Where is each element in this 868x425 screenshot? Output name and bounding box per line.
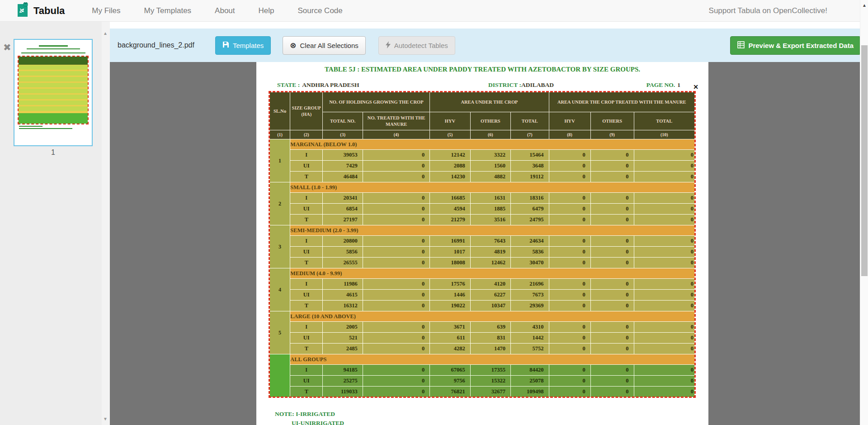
value-cell: 76821 bbox=[430, 387, 470, 397]
value-cell: 0 bbox=[549, 150, 590, 161]
value-cell: 0 bbox=[363, 279, 430, 290]
col-header-holdings: NO. OF HOLDINGS GROWING THE CROP bbox=[323, 92, 430, 112]
export-table-icon bbox=[737, 41, 745, 50]
value-cell: 0 bbox=[549, 172, 590, 182]
value-cell: 0 bbox=[634, 387, 694, 397]
value-cell: 0 bbox=[549, 290, 590, 301]
value-cell: 0 bbox=[549, 236, 590, 247]
value-cell: 0 bbox=[363, 247, 430, 258]
value-cell: 0 bbox=[363, 333, 430, 344]
autodetect-tables-button[interactable]: Autodetect Tables bbox=[378, 36, 455, 55]
table-row: T46484014230488219112000 bbox=[270, 172, 695, 182]
group-band-label: ALL GROUPS bbox=[290, 354, 695, 365]
clear-selections-icon: ⊗ bbox=[290, 41, 296, 50]
irrigation-type-cell: I bbox=[290, 322, 323, 333]
value-cell: 0 bbox=[549, 193, 590, 204]
value-cell: 1560 bbox=[470, 161, 510, 172]
group-band-row: 4MEDIUM (4.0 - 9.99) bbox=[270, 268, 695, 279]
selection-close-icon[interactable]: ✕ bbox=[693, 83, 698, 91]
value-cell: 0 bbox=[363, 290, 430, 301]
value-cell: 0 bbox=[549, 258, 590, 268]
value-cell: 0 bbox=[549, 279, 590, 290]
value-cell: 0 bbox=[363, 236, 430, 247]
group-band-label: MEDIUM (4.0 - 9.99) bbox=[290, 268, 695, 279]
nav-my-files[interactable]: My Files bbox=[92, 6, 120, 15]
value-cell: 0 bbox=[590, 387, 634, 397]
value-cell: 25275 bbox=[323, 376, 363, 387]
pdf-page[interactable]: TABLE 5J : ESTIMATED AREA UNDER PADDY TR… bbox=[256, 62, 708, 425]
irrigation-type-cell: UI bbox=[290, 247, 323, 258]
value-cell: 0 bbox=[590, 150, 634, 161]
value-cell: 0 bbox=[590, 301, 634, 311]
tabula-logo-icon bbox=[16, 2, 29, 19]
remove-page-icon[interactable]: ✖ bbox=[3, 43, 11, 52]
value-cell: 0 bbox=[363, 172, 430, 182]
value-cell: 0 bbox=[634, 247, 694, 258]
value-cell: 15322 bbox=[470, 376, 510, 387]
value-cell: 1442 bbox=[510, 333, 549, 344]
value-cell: 0 bbox=[363, 204, 430, 215]
value-cell: 4120 bbox=[470, 279, 510, 290]
value-cell: 1885 bbox=[470, 204, 510, 215]
nav-about[interactable]: About bbox=[215, 6, 235, 15]
value-cell: 0 bbox=[363, 161, 430, 172]
value-cell: 0 bbox=[363, 387, 430, 397]
support-link[interactable]: Support Tabula on OpenCollective! bbox=[709, 6, 827, 15]
page-thumbnail[interactable] bbox=[14, 39, 93, 146]
value-cell: 20341 bbox=[323, 193, 363, 204]
value-cell: 14230 bbox=[430, 172, 470, 182]
main-scrollbar[interactable]: ▲ bbox=[860, 0, 868, 425]
value-cell: 2005 bbox=[323, 322, 363, 333]
scroll-up-icon[interactable]: ▲ bbox=[103, 31, 108, 36]
thumb-title-line bbox=[39, 45, 68, 47]
table-row: I39053012142332215464000 bbox=[270, 150, 695, 161]
value-cell: 0 bbox=[590, 279, 634, 290]
slno-cell bbox=[270, 354, 290, 397]
value-cell: 7643 bbox=[470, 236, 510, 247]
value-cell: 17355 bbox=[470, 365, 510, 376]
value-cell: 0 bbox=[634, 333, 694, 344]
nav-my-templates[interactable]: My Templates bbox=[144, 6, 192, 15]
templates-button[interactable]: Templates bbox=[215, 36, 271, 55]
value-cell: 21279 bbox=[430, 215, 470, 225]
value-cell: 0 bbox=[363, 301, 430, 311]
clear-all-selections-button[interactable]: ⊗ Clear All Selections bbox=[283, 36, 365, 55]
group-band-label: LARGE (10 AND ABOVE) bbox=[290, 311, 695, 322]
value-cell: 0 bbox=[634, 365, 694, 376]
value-cell: 0 bbox=[590, 247, 634, 258]
irrigation-type-cell: I bbox=[290, 365, 323, 376]
value-cell: 39053 bbox=[323, 150, 363, 161]
table-row: I11986017576412021696000 bbox=[270, 279, 695, 290]
value-cell: 67065 bbox=[430, 365, 470, 376]
value-cell: 16991 bbox=[430, 236, 470, 247]
value-cell: 24634 bbox=[510, 236, 549, 247]
brand-link[interactable]: Tabula bbox=[16, 2, 65, 19]
value-cell: 12142 bbox=[430, 150, 470, 161]
value-cell: 2088 bbox=[430, 161, 470, 172]
value-cell: 0 bbox=[634, 193, 694, 204]
value-cell: 25078 bbox=[510, 376, 549, 387]
value-cell: 0 bbox=[549, 247, 590, 258]
value-cell: 0 bbox=[549, 365, 590, 376]
preview-export-button[interactable]: Preview & Export Extracted Data bbox=[730, 36, 861, 55]
value-cell: 0 bbox=[549, 215, 590, 225]
scroll-down-icon[interactable]: ▼ bbox=[103, 416, 108, 421]
value-cell: 4310 bbox=[510, 322, 549, 333]
value-cell: 0 bbox=[590, 365, 634, 376]
nav-source-code[interactable]: Source Code bbox=[298, 6, 343, 15]
group-band-label: MARGINAL (BELOW 1.0) bbox=[290, 139, 695, 150]
main-scroll-up-icon[interactable]: ▲ bbox=[862, 3, 867, 8]
value-cell: 6227 bbox=[470, 290, 510, 301]
sidebar-scrollbar[interactable]: ▲ ▼ bbox=[102, 22, 110, 425]
irrigation-type-cell: UI bbox=[290, 290, 323, 301]
value-cell: 11986 bbox=[323, 279, 363, 290]
main-scrollbar-thumb[interactable] bbox=[861, 45, 868, 276]
slno-cell: 4 bbox=[270, 268, 290, 311]
value-cell: 0 bbox=[549, 322, 590, 333]
nav-help[interactable]: Help bbox=[259, 6, 274, 15]
group-band-row: ALL GROUPS bbox=[270, 354, 695, 365]
value-cell: 7429 bbox=[323, 161, 363, 172]
value-cell: 0 bbox=[549, 161, 590, 172]
irrigation-type-cell: T bbox=[290, 387, 323, 397]
value-cell: 0 bbox=[363, 150, 430, 161]
